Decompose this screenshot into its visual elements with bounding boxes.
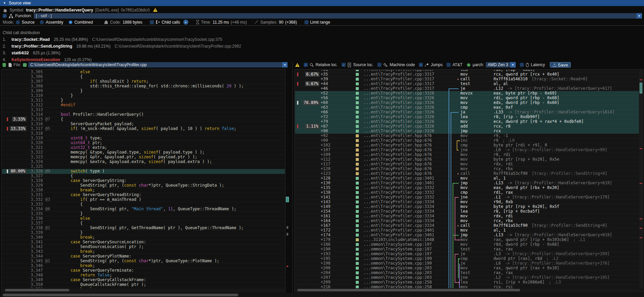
source-line[interactable]: 3,329 SendString( ptr, (const char*)ptr,… xyxy=(2,183,285,188)
asm-row[interactable]: +72...ent\TracyProfiler.cpp:3326lear8, [… xyxy=(295,115,639,119)
radio-icon[interactable] xyxy=(16,20,20,24)
source-line[interactable]: 3,345@1 SendString( ptr, (const char*)pt… xyxy=(2,259,285,264)
radio-icon[interactable] xyxy=(40,20,44,24)
source-location[interactable]: ...ommon\TracySystem.cpp:203 xyxy=(364,271,432,275)
source-line[interactable]: 3,322 memcpy( &type, &payload.type, size… xyxy=(2,150,285,155)
asm-row[interactable]: +216...ommon\TracySystem.cpp:258movrcx, … xyxy=(295,285,639,288)
asm-row[interactable]: +46...ent\TracyProfiler.cpp:3317je.L12->… xyxy=(295,86,639,91)
asm-row[interactable]: +195...ommon\TracySystem.cpp:199cmpdword… xyxy=(295,256,639,261)
asm-row[interactable]: 6.67%+44...ent\TracyProfiler.cpp:3317tes… xyxy=(295,82,639,86)
source-location[interactable]: ...ent\TracyProfiler.cpp:3317 xyxy=(364,82,434,86)
source-location[interactable]: ...ommon\TracySystem.cpp:197 xyxy=(364,247,432,251)
source-location[interactable]: ...ommon\TracySystem.cpp:197 xyxy=(364,242,432,247)
asm-row[interactable]: +135...ent\TracyProfiler.cpp:3332moveax,… xyxy=(295,186,639,190)
source-line[interactable]: 3,336 else xyxy=(2,216,285,221)
source-location[interactable]: ...ommon\TracySystem.cpp:258 xyxy=(364,285,432,288)
source-line[interactable]: 3,334@6 SendString( ptr, "Main thread", … xyxy=(2,207,285,212)
source-line[interactable]: 3,335 } xyxy=(2,212,285,216)
source-line[interactable]: 3,324 memcpy( &extra, &payload.extra, si… xyxy=(2,160,285,164)
asm-row[interactable]: +117...ent\TracyProfiler.hpp:676movrdx, … xyxy=(295,162,639,167)
source-location[interactable]: ...ent\TracyProfiler.cpp:3326 xyxy=(364,129,434,133)
source-line[interactable]: 80.00%3,326@9 switch( type ) xyxy=(2,169,285,174)
source-location[interactable]: ...ent\TracyProfiler.cpp:3401 xyxy=(364,176,434,181)
asm-row[interactable]: +90...ent\TracyProfiler.cpp:3326jmprcx xyxy=(295,129,639,134)
mode-radio-assembly[interactable]: Assembly xyxy=(40,20,63,25)
asm-row[interactable]: +120...ent\TracyProfiler.hpp:676movrcx, … xyxy=(295,167,639,171)
source-location[interactable]: ...ent\TracyProfiler.cpp:3334 xyxy=(364,200,434,204)
asm-row[interactable]: +209...ommon\TracySystem.cpp:258learsi, … xyxy=(295,280,639,285)
source-line[interactable]: 3,342 SendSourceLocation( ptr ); xyxy=(2,245,285,249)
source-line[interactable]: 3,325 xyxy=(2,164,285,169)
scrollbar-thumb[interactable] xyxy=(5,289,69,291)
asm-row[interactable]: +200...ommon\TracySystem.cpp:203movrax, … xyxy=(295,266,639,271)
asm-row[interactable]: +109...ent\TracyProfiler.hpp:676movr8, r… xyxy=(295,153,639,157)
asm-row[interactable]: +143...ent\TracyProfiler.cpp:3334movr9d,… xyxy=(295,200,639,205)
source-location[interactable]: ...ent\TracyProfiler.cpp:3332 xyxy=(364,190,434,195)
asm-row[interactable]: +154...ent\TracyProfiler.cpp:3334lear8, … xyxy=(295,209,639,214)
source-line[interactable]: 3,344 case ServerQueryPlotName: xyxy=(2,254,285,259)
source-location[interactable]: ...ent\TracyProfiler.hpp:676 xyxy=(364,148,432,152)
uarch-dropdown[interactable]: AMD Zen 3 ▼ xyxy=(486,62,516,68)
asm-row[interactable]: +190...ommon\TracySystem.cpp:197testrax,… xyxy=(295,247,639,252)
source-location[interactable]: ...ent\TracyProfiler.cpp:3401 xyxy=(364,181,434,185)
source-location[interactable]: ...ent\TracyProfiler.cpp:3317 xyxy=(364,86,434,91)
source-line[interactable]: 3,305 else xyxy=(2,70,285,75)
source-line[interactable]: 3,346 break; xyxy=(2,264,285,268)
asm-row[interactable]: +112...ent\TracyProfiler.hpp:676movbyte … xyxy=(295,157,639,162)
asm-row[interactable]: +102...ent\TracyProfiler.hpp:676cmpbyte … xyxy=(295,143,639,148)
source-location[interactable]: ...ent\TracyProfiler.hpp:676 xyxy=(364,143,432,147)
mode-radio-combined[interactable]: Combined xyxy=(69,20,93,25)
source-line[interactable]: 3,328 case ServerQueryString: xyxy=(2,179,285,183)
source-location[interactable]: ...ent\TracyProfiler.cpp:3334 xyxy=(364,214,434,218)
child-call-item[interactable]: 1.tracy::Socket::Read25.25 ms (54.89%)C:… xyxy=(3,37,222,42)
source-location[interactable]: ...ommon\TracySystem.cpp:203 xyxy=(364,266,432,270)
save-button[interactable]: Save xyxy=(550,62,571,68)
source-line[interactable]: 3,307 if( shouldExit ) return; xyxy=(2,79,285,84)
scrollbar-thumb[interactable] xyxy=(286,197,289,202)
source-location[interactable]: ...ent\TracyProfiler.cpp:3326 xyxy=(364,101,434,105)
source-line[interactable]: 3,333 { xyxy=(2,202,285,207)
relative-loc-checkbox[interactable]: ✓ xyxy=(304,63,308,67)
source-location[interactable]: ...ommon\TracySystem.cpp:197 xyxy=(364,252,432,256)
source-line[interactable]: 3,323 memcpy( &ptr, &payload.ptr, sizeof… xyxy=(2,155,285,160)
asm-row[interactable]: +66...ent\TracyProfiler.cpp:3326ja.L33->… xyxy=(295,110,639,115)
source-location[interactable]: ...ent\TracyProfiler.hpp:676 xyxy=(364,134,432,138)
chevron-down-icon[interactable]: ▼ xyxy=(637,13,642,19)
chevron-down-icon[interactable]: ▼ xyxy=(282,62,288,68)
source-line[interactable]: 3,319 uint8_t type; xyxy=(2,136,285,141)
asm-row[interactable]: +198...ommon\TracySystem.cpp:199je.L6-> … xyxy=(295,261,639,266)
asm-row[interactable]: +56...ent\TracyProfiler.cpp:3326movrdi, … xyxy=(295,96,639,101)
source-line[interactable]: 3,318 xyxy=(2,131,285,136)
source-location[interactable]: ....31103\include\atomic:1048 xyxy=(364,238,434,242)
source-location[interactable]: ...ent\TracyProfiler.hpp:676 xyxy=(364,157,432,162)
scrollbar-thumb[interactable] xyxy=(640,83,642,93)
asm-row[interactable]: +130...ent\TracyProfiler.cpp:3401jmp.L13… xyxy=(295,181,639,186)
source-location[interactable]: ...ent\TracyProfiler.cpp:3326 xyxy=(364,91,434,96)
source-line[interactable]: 3,310 } xyxy=(2,93,285,98)
asm-row[interactable]: +128...ent\TracyProfiler.cpp:3401moval, … xyxy=(295,176,639,181)
asm-row[interactable]: 78.89%+60...ent\TracyProfiler.cpp:3326mo… xyxy=(295,101,639,105)
scrollbar-thumb[interactable] xyxy=(3,294,238,296)
source-line[interactable]: 3,341 case ServerQuerySourceLocation: xyxy=(2,240,285,245)
source-location[interactable]: ...ent\TracyProfiler.hpp:676 xyxy=(364,162,432,166)
asm-row[interactable]: +138...ent\TracyProfiler.cpp:3332cmprdi,… xyxy=(295,190,639,195)
source-location[interactable]: ...ent\TracyProfiler.hpp:676 xyxy=(364,153,432,157)
source-line[interactable]: 3,351 break; xyxy=(2,287,285,288)
asm-row[interactable]: +164...ent\TracyProfiler.cpp:3334movrcx,… xyxy=(295,219,639,223)
source-location[interactable]: ...ent\TracyProfiler.cpp:3334 xyxy=(364,219,434,223)
source-location[interactable]: ...ommon\TracySystem.cpp:258 xyxy=(364,280,432,285)
asm-v-scrollbar[interactable] xyxy=(639,70,643,288)
source-location[interactable]: ...ent\TracyProfiler.cpp:3317 xyxy=(364,72,434,77)
source-line[interactable]: 3,306 { xyxy=(2,75,285,79)
source-location[interactable]: ...ent\TracyProfiler.cpp:3326 xyxy=(364,119,434,124)
function-dropdown[interactable]: [ - self - ] ▼ xyxy=(34,13,642,19)
asm-row[interactable]: +193...ommon\TracySystem.cpp:197je.L3-> … xyxy=(295,252,639,256)
asm-h-scrollbar[interactable] xyxy=(295,289,639,292)
child-calls-checkbox[interactable]: ✓ xyxy=(150,20,154,24)
source-location[interactable]: ...ent\TracyProfiler.cpp:3332 xyxy=(364,186,434,190)
source-line[interactable]: 3,313 xyxy=(2,108,285,112)
chevron-down-icon[interactable]: ▼ xyxy=(510,62,516,68)
source-line[interactable]: 3,337 { xyxy=(2,221,285,226)
source-line[interactable]: 3,327 { xyxy=(2,174,285,179)
machine-code-checkbox[interactable]: ✓ xyxy=(377,63,381,67)
